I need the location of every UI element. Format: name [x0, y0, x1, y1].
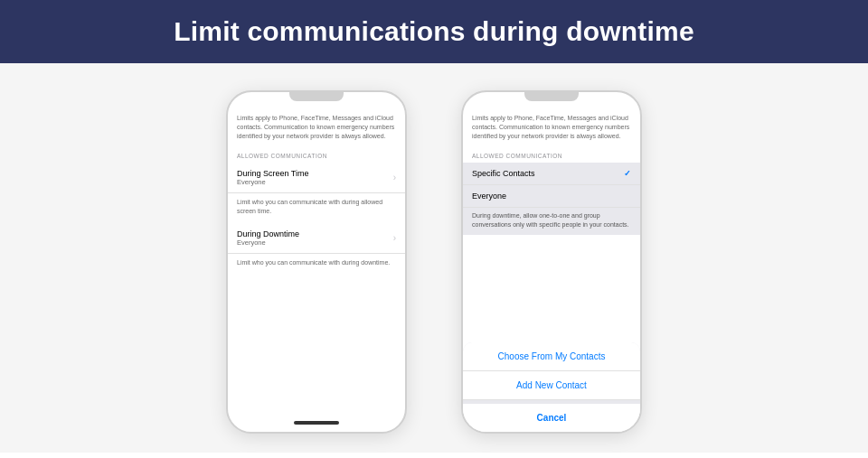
menu-item-screen-time[interactable]: During Screen Time Everyone › — [228, 163, 405, 193]
header-title: Limit communications during downtime — [174, 16, 694, 47]
option-desc: During downtime, allow one-to-one and gr… — [463, 208, 640, 235]
choose-contacts-button[interactable]: Choose From My Contacts — [463, 342, 640, 371]
menu-item-screen-time-title: During Screen Time — [237, 169, 309, 178]
action-sheet: Choose From My Contacts Add New Contact … — [463, 342, 640, 432]
header: Limit communications during downtime — [0, 0, 868, 63]
cancel-button[interactable]: Cancel — [463, 400, 640, 432]
section-label-left: ALLOWED COMMUNICATION — [228, 147, 405, 163]
option-specific-contacts[interactable]: Specific Contacts ✓ — [463, 163, 640, 185]
phone-notch-right — [524, 92, 579, 101]
option-everyone[interactable]: Everyone — [463, 185, 640, 208]
chevron-screen-time: › — [393, 173, 396, 182]
checkmark-icon: ✓ — [624, 169, 631, 178]
screen-time-desc: Limit who you can communicate with durin… — [228, 193, 405, 223]
phone-notch-left — [289, 92, 344, 101]
phone-screen-left: Limits apply to Phone, FaceTime, Message… — [228, 101, 405, 416]
downtime-desc: Limit who you can communicate with durin… — [228, 254, 405, 275]
content-area: Limits apply to Phone, FaceTime, Message… — [0, 63, 868, 453]
action-sheet-content: Choose From My Contacts Add New Contact — [463, 342, 640, 400]
menu-item-downtime-title: During Downtime — [237, 229, 299, 238]
option-everyone-title: Everyone — [472, 192, 506, 201]
menu-item-downtime[interactable]: During Downtime Everyone › — [228, 223, 405, 254]
screen-info-right: Limits apply to Phone, FaceTime, Message… — [463, 108, 640, 147]
option-specific-contacts-title: Specific Contacts — [472, 169, 535, 178]
phone-left: Limits apply to Phone, FaceTime, Message… — [226, 90, 407, 434]
phone-right: Limits apply to Phone, FaceTime, Message… — [461, 90, 642, 434]
home-bar-left — [294, 421, 339, 425]
menu-item-screen-time-sub: Everyone — [237, 178, 309, 186]
chevron-downtime: › — [393, 233, 396, 243]
screen-info-left: Limits apply to Phone, FaceTime, Message… — [228, 108, 405, 147]
menu-item-downtime-sub: Everyone — [237, 238, 299, 247]
section-label-right: ALLOWED COMMUNICATION — [463, 147, 640, 163]
add-new-contact-button[interactable]: Add New Contact — [463, 371, 640, 400]
